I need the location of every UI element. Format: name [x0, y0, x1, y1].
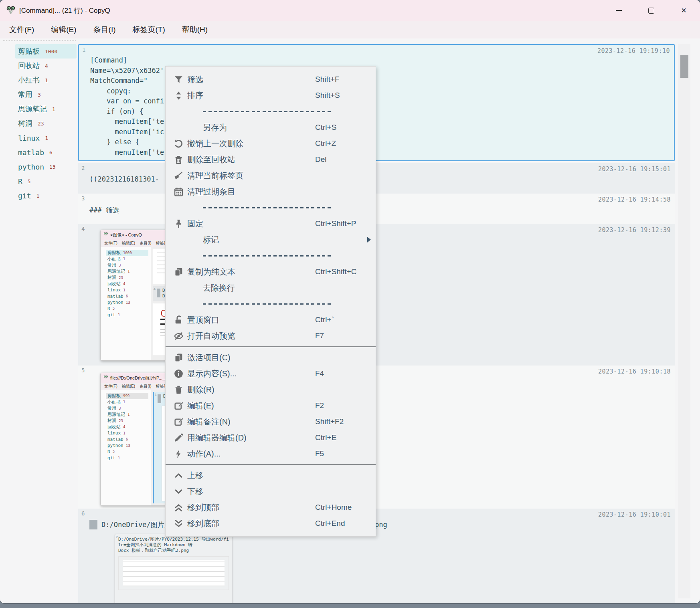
menu-separator-dashed [166, 296, 376, 312]
thumbnail-sidebar-tab: 思源笔记1 [106, 269, 148, 275]
close-icon: ✕ [681, 7, 686, 14]
menu-item-label: 筛选 [187, 74, 203, 85]
menu-item-排序[interactable]: 排序Shift+S [166, 87, 376, 103]
menu-separator-solid [166, 462, 376, 467]
menu-item-标记[interactable]: 标记 [166, 232, 376, 248]
menu-item-label: 用编辑器编辑(D) [187, 432, 247, 443]
copyq-scissors-icon [6, 5, 16, 16]
item-timestamp: 2023-12-16 19:12:39 [598, 226, 671, 234]
menu-item-复制为纯文本[interactable]: 复制为纯文本Ctrl+Shift+C [166, 264, 376, 280]
tab-count-badge: 1 [45, 77, 48, 83]
sidebar-tab-matlab[interactable]: matlab6 [15, 145, 77, 160]
thumbnail-tab-count: 13 [126, 444, 130, 448]
sidebar-tab-python[interactable]: python13 [15, 160, 77, 174]
menu-item-删除至回收站[interactable]: 删除至回收站Del [166, 151, 376, 168]
menu-item-清理当前标签页[interactable]: 清理当前标签页 [166, 168, 376, 184]
maximize-button[interactable] [635, 0, 668, 21]
tab-label: 小红书 [18, 75, 40, 85]
menu-item-移到顶部[interactable]: 移到顶部Ctrl+Home [166, 499, 376, 515]
item-number: 3 [81, 195, 85, 202]
menu-item-去除换行[interactable]: 去除换行 [166, 280, 376, 296]
maximize-icon [648, 8, 654, 14]
menubar-item-3[interactable]: 条目(I) [91, 23, 118, 36]
sidebar-tab-剪贴板[interactable]: 剪贴板1000 [15, 44, 77, 59]
menu-item-撤销上一次删除[interactable]: 撤销上一次删除Ctrl+Z [166, 135, 376, 151]
menu-item-shortcut: F7 [315, 331, 324, 340]
menu-item-清理过期条目[interactable]: 清理过期条目 [166, 184, 376, 200]
menu-item-shortcut: F2 [315, 401, 324, 410]
thumbnail-tab-label: 常用 [107, 405, 116, 411]
menu-item-动作(A)...[interactable]: 动作(A)...F5 [166, 446, 376, 462]
item-timestamp: 2023-12-16 19:15:01 [598, 166, 671, 173]
tab-label: 思源笔记 [18, 104, 47, 114]
menu-item-shortcut: Ctrl+End [315, 519, 345, 528]
thumbnail-tab-count: 4 [123, 425, 125, 429]
sidebar-tab-常用[interactable]: 常用3 [15, 87, 77, 102]
menu-item-label: 移到顶部 [187, 502, 219, 513]
menubar-item-1[interactable]: 文件(F) [7, 23, 36, 36]
tab-label: 常用 [18, 90, 32, 99]
preview-image-block [118, 556, 229, 590]
menu-item-移到底部[interactable]: 移到底部Ctrl+End [166, 515, 376, 531]
menu-item-打开自动预览[interactable]: 打开自动预览F7 [166, 328, 376, 344]
menu-item-上移[interactable]: 上移 [166, 467, 376, 483]
thumbnail-tab-label: git [107, 455, 115, 461]
thumbnail-tab-label: linux [107, 287, 121, 293]
thumbnail-tab-label: 回收站 [107, 424, 121, 430]
sidebar-tab-小红书[interactable]: 小红书1 [15, 73, 77, 87]
minimize-button[interactable] [603, 0, 635, 21]
tab-label: python [18, 163, 44, 171]
thumbnail-tab-label: git [107, 312, 115, 317]
menu-item-编辑备注(N)[interactable]: 编辑备注(N)Shift+F2 [166, 414, 376, 430]
item-timestamp: 2023-12-16 19:14:58 [598, 196, 671, 203]
thumbnail-sidebar-tab: 树洞23 [106, 418, 148, 424]
thumbnail-tab-count: 1 [123, 431, 125, 435]
calendar-icon [170, 187, 187, 197]
lightning-icon [170, 449, 187, 459]
menu-item-显示内容(S)...[interactable]: 显示内容(S)...F4 [166, 366, 376, 382]
menu-item-编辑(E)[interactable]: 编辑(E)F2 [166, 398, 376, 414]
menubar-item-4[interactable]: 标签页(T) [130, 23, 168, 36]
sidebar-tab-思源笔记[interactable]: 思源笔记1 [15, 102, 77, 116]
menu-item-另存为[interactable]: 另存为Ctrl+S [166, 119, 376, 135]
item-number: 5 [81, 367, 85, 374]
menu-item-label: 编辑备注(N) [187, 416, 231, 427]
thumbnail-tab-label: python [107, 300, 123, 305]
item-number: 4 [81, 226, 85, 232]
scrollbar-thumb[interactable] [680, 55, 688, 78]
menu-item-置顶窗口[interactable]: 置顶窗口Ctrl+` [166, 312, 376, 328]
sort-icon [170, 91, 187, 101]
menubar-item-5[interactable]: 帮助(H) [180, 23, 210, 36]
titlebar[interactable]: [Command]... (21 行) - CopyQ ✕ [0, 0, 700, 21]
trash-solid-icon [170, 385, 187, 395]
menu-item-label: 下移 [187, 486, 203, 497]
menu-item-删除(R)[interactable]: 删除(R) [166, 382, 376, 398]
thumbnail-tab-label: 小红书 [107, 399, 121, 405]
thumbnail-tab-count: 1 [127, 269, 129, 273]
menu-item-固定[interactable]: 固定Ctrl+Shift+P [166, 216, 376, 232]
menu-item-label: 去除换行 [203, 283, 235, 293]
menubar-item-2[interactable]: 编辑(E) [49, 23, 79, 36]
sidebar-tab-R[interactable]: R5 [15, 174, 77, 188]
vertical-scrollbar[interactable] [678, 44, 690, 598]
tab-count-badge: 6 [49, 149, 53, 156]
menu-item-shortcut: Shift+F2 [315, 417, 344, 426]
thumbnail-tab-count: 999 [123, 394, 129, 398]
menu-item-label: 删除至回收站 [187, 154, 235, 165]
sidebar-tab-git[interactable]: git1 [15, 188, 77, 203]
menu-item-下移[interactable]: 下移 [166, 483, 376, 499]
sidebar-tab-linux[interactable]: linux1 [15, 131, 77, 145]
thumbnail-window-title: <图像> - CopyQ [110, 232, 142, 238]
menu-item-shortcut: Ctrl+Shift+C [315, 267, 356, 276]
menu-item-用编辑器编辑(D)[interactable]: 用编辑器编辑(D)Ctrl+E [166, 430, 376, 446]
menu-item-筛选[interactable]: 筛选Shift+F [166, 71, 376, 87]
thumbnail-sidebar-tab: 树洞23 [106, 275, 148, 281]
sidebar-tab-回收站[interactable]: 回收站4 [15, 59, 77, 73]
menu-item-激活项目(C)[interactable]: 激活项目(C) [166, 349, 376, 366]
tab-count-badge: 1 [52, 106, 55, 112]
sidebar-tab-树洞[interactable]: 树洞23 [15, 116, 77, 131]
thumbnail-sidebar-tab: python13 [106, 442, 148, 449]
item-timestamp: 2023-12-16 19:10:01 [598, 511, 671, 518]
close-button[interactable]: ✕ [668, 0, 700, 21]
thumbnail-sidebar-tab: matlab6 [106, 293, 148, 300]
